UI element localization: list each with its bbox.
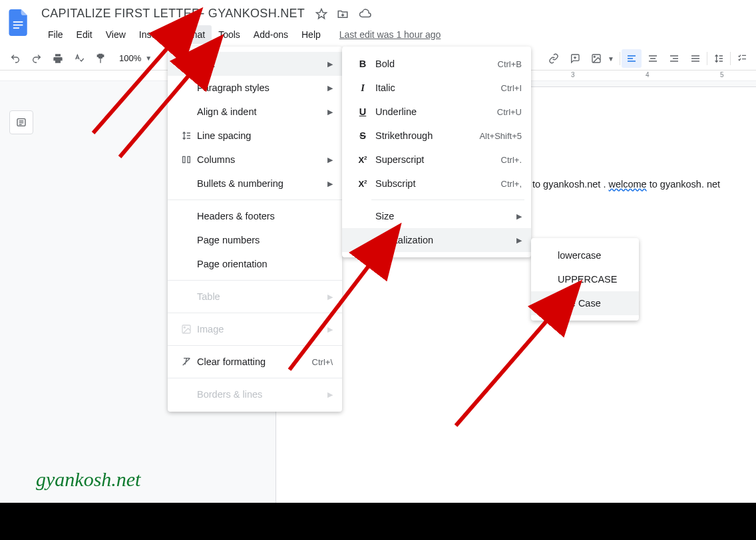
align-right-button[interactable] [664,49,684,68]
underline-icon: U [351,106,374,117]
document-body-text[interactable]: to gyankosh.net . welcome to gyankosh. n… [532,179,720,190]
columns-icon [177,154,196,165]
menu-item-clear-formatting[interactable]: Clear formattingCtrl+\ [168,350,342,374]
menu-view[interactable]: View [99,25,132,44]
menu-item-borders-lines: Borders & lines▶ [168,382,342,406]
menu-item-text[interactable]: Text▶ [168,52,342,76]
menu-item-underline[interactable]: UUnderlineCtrl+U [342,100,531,124]
menu-item-image: Image▶ [168,317,342,341]
ruler-mark: 4 [646,71,650,78]
ruler-mark: 5 [720,71,724,78]
undo-button[interactable] [5,49,25,68]
menu-addons[interactable]: Add-ons [247,25,295,44]
document-outline-button[interactable] [9,110,33,134]
text-fragment: to gyankosh.net . [532,179,608,190]
watermark-text: gyankosh.net [36,468,140,491]
capitalization-submenu: lowercase UPPERCASE Title Case [531,238,639,321]
svg-rect-1 [13,25,23,26]
menu-item-line-spacing[interactable]: Line spacing [168,124,342,148]
menu-item-headers-footers[interactable]: Headers & footers [168,204,342,228]
menu-item-page-numbers[interactable]: Page numbers [168,228,342,252]
zoom-dropdown-icon[interactable]: ▼ [145,55,156,62]
menu-item-capitalization[interactable]: Capitalization▶ [342,228,531,252]
align-center-button[interactable] [643,49,663,68]
letterbox-bar [0,503,756,540]
text-fragment: to gyankosh. net [647,179,720,190]
line-spacing-icon [177,130,196,141]
menu-item-strikethrough[interactable]: SStrikethroughAlt+Shift+5 [342,124,531,148]
menubar: File Edit View Insert Format Tools Add-o… [41,25,441,44]
svg-point-8 [184,327,185,328]
menu-item-align-indent[interactable]: Align & indent▶ [168,100,342,124]
svg-rect-0 [13,21,23,23]
docs-logo[interactable] [5,5,32,40]
paint-format-button[interactable] [91,49,110,68]
svg-rect-2 [13,27,19,29]
menu-item-subscript[interactable]: X2SubscriptCtrl+, [342,172,531,196]
menu-item-columns[interactable]: Columns▶ [168,148,342,172]
document-title[interactable]: CAPITALIZE FIRST LETTER- GYANKOSH.NET [41,7,305,21]
align-justify-button[interactable] [685,49,705,68]
menu-item-lowercase[interactable]: lowercase [531,243,639,267]
print-button[interactable] [48,49,68,68]
move-icon[interactable] [337,8,349,20]
cloud-saved-icon[interactable] [358,8,371,20]
star-icon[interactable] [315,8,327,20]
spellcheck-word[interactable]: welcome [608,179,646,190]
menu-tools[interactable]: Tools [212,25,247,44]
add-comment-button[interactable] [565,49,585,68]
menu-item-bullets-numbering[interactable]: Bullets & numbering▶ [168,172,342,196]
checklist-button[interactable] [732,49,752,68]
spellcheck-button[interactable] [69,49,89,68]
insert-link-button[interactable] [544,49,564,68]
text-submenu: BBoldCtrl+B IItalicCtrl+I UUnderlineCtrl… [342,47,531,257]
menu-item-italic[interactable]: IItalicCtrl+I [342,76,531,100]
align-left-button[interactable] [622,49,642,68]
menu-item-size[interactable]: Size▶ [342,204,531,228]
redo-button[interactable] [27,49,47,68]
strikethrough-icon: S [351,130,374,141]
menu-item-bold[interactable]: BBoldCtrl+B [342,52,531,76]
superscript-icon: X2 [351,155,374,165]
zoom-value[interactable]: 100% [114,53,144,63]
menu-help[interactable]: Help [295,25,327,44]
insert-image-button[interactable] [586,49,606,68]
menu-item-title-case[interactable]: Title Case [531,291,639,315]
clear-format-icon [177,356,196,367]
google-docs-window: CAPITALIZE FIRST LETTER- GYANKOSH.NET Fi… [0,0,756,503]
menu-insert[interactable]: Insert [132,25,169,44]
bold-icon: B [351,59,374,69]
menu-item-uppercase[interactable]: UPPERCASE [531,267,639,291]
svg-marker-3 [317,9,327,18]
menu-item-paragraph-styles[interactable]: Paragraph styles▶ [168,76,342,100]
menu-file[interactable]: File [41,25,70,44]
image-icon [177,324,196,335]
menu-item-page-orientation[interactable]: Page orientation [168,252,342,276]
menu-item-superscript[interactable]: X2SuperscriptCtrl+. [342,148,531,172]
svg-point-5 [594,56,595,57]
last-edit-link[interactable]: Last edit was 1 hour ago [339,29,441,40]
format-menu: Text▶ Paragraph styles▶ Align & indent▶ … [168,47,342,412]
italic-icon: I [351,82,374,94]
line-spacing-button[interactable] [709,49,729,68]
subscript-icon: X2 [351,179,374,189]
image-dropdown-icon[interactable]: ▼ [608,55,618,63]
ruler-mark: 3 [571,71,575,78]
menu-format[interactable]: Format [169,25,212,44]
menu-item-table: Table▶ [168,285,342,309]
menu-edit[interactable]: Edit [70,25,99,44]
